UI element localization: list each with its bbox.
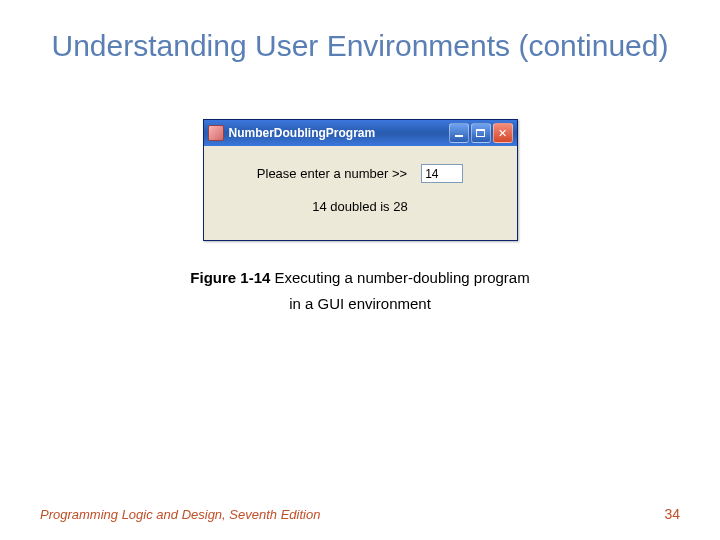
- slide-title: Understanding User Environments (continu…: [40, 28, 680, 64]
- maximize-button[interactable]: [471, 123, 491, 143]
- client-area: Please enter a number >> 14 doubled is 2…: [204, 146, 517, 240]
- footer-book-title: Programming Logic and Design, Seventh Ed…: [40, 507, 320, 522]
- title-bar: NumberDoublingProgram ✕: [204, 120, 517, 146]
- footer: Programming Logic and Design, Seventh Ed…: [40, 506, 680, 522]
- window-title: NumberDoublingProgram: [229, 126, 444, 140]
- figure-caption: Figure 1-14 Executing a number-doubling …: [40, 265, 680, 316]
- window-controls: ✕: [449, 123, 513, 143]
- minimize-button[interactable]: [449, 123, 469, 143]
- app-icon: [208, 125, 224, 141]
- maximize-icon: [476, 129, 485, 137]
- input-row: Please enter a number >>: [257, 164, 463, 183]
- caption-line-1: Figure 1-14 Executing a number-doubling …: [40, 265, 680, 291]
- caption-line-2: in a GUI environment: [40, 291, 680, 317]
- close-button[interactable]: ✕: [493, 123, 513, 143]
- figure-number: Figure 1-14: [190, 269, 270, 286]
- minimize-icon: [455, 135, 463, 137]
- app-window: NumberDoublingProgram ✕ Please enter a n…: [203, 119, 518, 241]
- close-icon: ✕: [498, 127, 507, 140]
- slide: Understanding User Environments (continu…: [0, 0, 720, 540]
- prompt-label: Please enter a number >>: [257, 166, 407, 181]
- caption-text-1: Executing a number-doubling program: [270, 269, 529, 286]
- result-text: 14 doubled is 28: [312, 199, 407, 214]
- number-input[interactable]: [421, 164, 463, 183]
- window-container: NumberDoublingProgram ✕ Please enter a n…: [40, 119, 680, 241]
- footer-page-number: 34: [664, 506, 680, 522]
